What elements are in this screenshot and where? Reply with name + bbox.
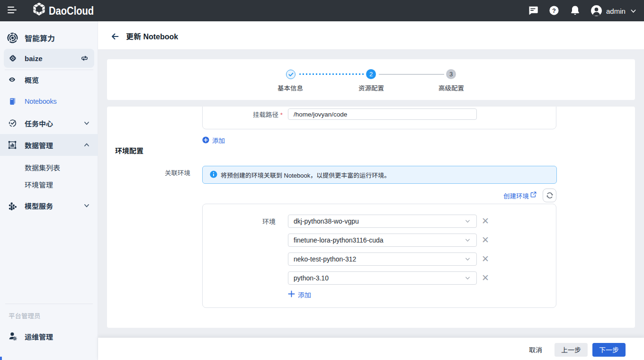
- svg-text:?: ?: [552, 7, 556, 14]
